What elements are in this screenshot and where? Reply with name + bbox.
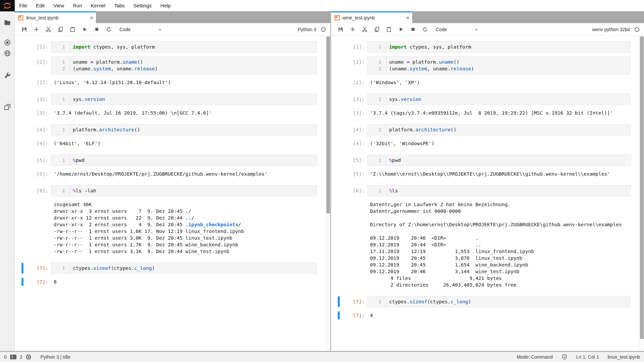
menu-bar: File Edit View Run Kernel Tabs Settings …	[0, 0, 644, 11]
paste-cells-button[interactable]	[383, 24, 395, 35]
code-editor[interactable]: 12uname = platform.uname()(uname.system,…	[367, 56, 631, 74]
line-number: 1	[368, 126, 381, 133]
menu-file[interactable]: File	[15, 3, 32, 8]
code-editor[interactable]: 12uname = platform.uname()(uname.system,…	[51, 56, 317, 74]
terminal-count[interactable]: 0	[4, 354, 7, 360]
kernel-status-icon[interactable]	[635, 27, 639, 32]
output-text: 'Z:\\home\\ernst\\Desktop\\PROJEKTE\\prj…	[367, 170, 631, 178]
code-editor[interactable]: 1platform.architecture()	[51, 124, 317, 135]
menu-view[interactable]: View	[49, 3, 68, 8]
left-sidebar	[0, 11, 15, 351]
kernel-status-text[interactable]: Python 3 | Idle	[40, 354, 70, 360]
cell-type-select[interactable]: Code	[119, 27, 162, 32]
cell-collapser[interactable]	[338, 124, 340, 135]
insert-cell-button[interactable]	[30, 24, 42, 35]
scrollbar-track[interactable]	[639, 36, 644, 351]
menu-help[interactable]: Help	[156, 3, 175, 8]
kernel-name[interactable]: wenv python 32bit	[592, 27, 630, 32]
code-editor[interactable]: 1platform.architecture()	[367, 124, 631, 135]
paste-cells-button[interactable]	[66, 24, 78, 35]
code-editor[interactable]: 1%pwd	[367, 155, 631, 166]
kernel-name[interactable]: Python 3	[298, 27, 316, 32]
copy-cells-button[interactable]	[371, 24, 383, 35]
cursor-position[interactable]: Ln 1, Col 1	[576, 354, 599, 360]
close-icon[interactable]: ×	[406, 15, 410, 21]
cell-collapser[interactable]	[21, 124, 23, 135]
insert-cell-button[interactable]	[346, 24, 359, 35]
kernel-status-icon[interactable]	[321, 27, 326, 32]
tab-wine-test[interactable]: wine_test.ipynb ×	[331, 11, 412, 23]
cell-collapser[interactable]	[21, 155, 23, 166]
copy-cells-button[interactable]	[54, 24, 66, 35]
restart-kernel-button[interactable]	[419, 24, 431, 35]
save-button[interactable]	[18, 24, 30, 35]
cell-collapser[interactable]	[21, 78, 23, 86]
scrollbar-thumb[interactable]	[640, 37, 644, 339]
cell-collapser[interactable]	[338, 57, 340, 74]
stop-button[interactable]	[407, 24, 419, 35]
open-tabs-icon[interactable]	[0, 103, 15, 111]
cell-collapser[interactable]	[338, 170, 340, 178]
cell-collapser[interactable]	[338, 200, 340, 289]
kernel-chip-icon[interactable]	[25, 354, 32, 360]
menu-settings[interactable]: Settings	[129, 3, 156, 8]
run-button[interactable]	[395, 24, 407, 35]
cell-collapser[interactable]	[338, 296, 340, 307]
cell-collapser[interactable]	[338, 139, 340, 147]
code-editor[interactable]: 1ctypes.sizeof(ctypes.c_long)	[367, 296, 631, 307]
cell-collapser[interactable]	[21, 200, 23, 255]
token-prop: system	[93, 66, 111, 71]
cell-type-select[interactable]: Code	[436, 27, 479, 32]
files-icon[interactable]	[0, 19, 15, 26]
save-button[interactable]	[334, 24, 346, 35]
cell-collapser[interactable]	[338, 185, 340, 196]
mode-indicator[interactable]: Mode: Command	[517, 354, 552, 360]
cell-collapser[interactable]	[21, 109, 23, 117]
property-inspector-icon[interactable]	[0, 72, 15, 79]
cut-cells-button[interactable]	[42, 24, 54, 35]
code-editor[interactable]: 1sys.version	[367, 94, 631, 105]
menu-edit[interactable]: Edit	[32, 3, 49, 8]
menu-run[interactable]: Run	[68, 3, 87, 8]
code-editor[interactable]: 1%pwd	[51, 155, 317, 166]
restart-kernel-button[interactable]	[103, 24, 115, 35]
close-icon[interactable]: ×	[90, 15, 93, 21]
cell-collapser[interactable]	[338, 78, 340, 86]
cell-collapser[interactable]	[21, 170, 23, 178]
cell-type-label: Code	[119, 27, 130, 32]
cell-collapser[interactable]	[21, 57, 23, 74]
cell-collapser[interactable]	[338, 42, 340, 52]
terminal-icon[interactable]: $_	[10, 355, 16, 359]
cell-collapser[interactable]	[21, 263, 23, 274]
code-editor[interactable]: 1ctypes.sizeof(ctypes.c_long)	[51, 262, 317, 274]
menu-kernel[interactable]: Kernel	[87, 3, 110, 8]
code-editor[interactable]: 1import ctypes, sys, platform	[367, 41, 631, 53]
run-button[interactable]	[78, 24, 91, 35]
cell-collapser[interactable]	[338, 155, 340, 166]
command-palette-icon[interactable]	[0, 50, 15, 57]
tab-linux-test[interactable]: linux_test.ipynb ×	[15, 11, 96, 23]
code-editor[interactable]: 1%ls	[367, 185, 631, 196]
scrollbar-track[interactable]	[326, 36, 330, 351]
stop-button[interactable]	[91, 24, 103, 35]
cell-output-row: Datentr„ger in Laufwerk Z hat keine Beze…	[331, 200, 644, 289]
cell-collapser[interactable]	[21, 185, 23, 196]
code-editor[interactable]: 1%ls -lah	[51, 185, 317, 196]
cell-collapser[interactable]	[338, 94, 340, 105]
chevron-down-icon	[474, 27, 479, 32]
cell-collapser[interactable]	[338, 109, 340, 117]
code-editor[interactable]: 1import ctypes, sys, platform	[51, 41, 317, 53]
menu-tabs[interactable]: Tabs	[110, 3, 129, 8]
scrollbar-thumb[interactable]	[326, 37, 330, 214]
cell-collapser[interactable]	[338, 311, 340, 319]
code-editor[interactable]: 1sys.version	[51, 94, 317, 105]
cell-collapser[interactable]	[21, 94, 23, 105]
running-sessions-icon[interactable]	[0, 39, 15, 46]
cell-collapser[interactable]	[21, 139, 23, 147]
trust-shield-icon[interactable]	[561, 354, 568, 360]
kernel-count[interactable]: 2	[20, 354, 22, 360]
cut-cells-button[interactable]	[359, 24, 371, 35]
code-area: platform.architecture()	[70, 124, 317, 135]
cell-collapser[interactable]	[21, 278, 23, 286]
cell-collapser[interactable]	[21, 42, 23, 52]
